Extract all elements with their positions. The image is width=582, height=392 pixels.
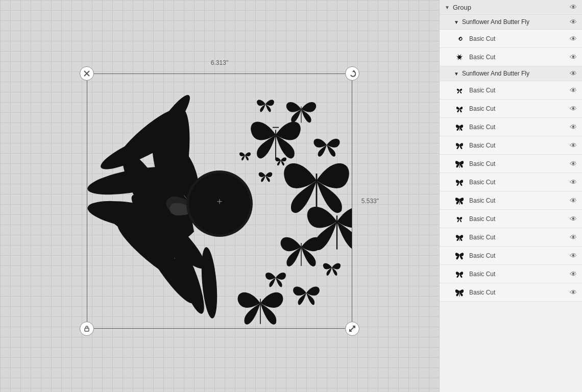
layer-item[interactable]: Basic Cut 👁 bbox=[440, 247, 582, 265]
layers-panel: ▼ Group 👁 ▼ Sunflower And Butter Fly 👁 B… bbox=[439, 0, 582, 392]
layer-item[interactable]: Basic Cut 👁 bbox=[440, 48, 582, 66]
layer-thumbnail bbox=[454, 121, 465, 133]
layer-visibility-icon[interactable]: 👁 bbox=[570, 270, 577, 278]
layer-visibility-icon[interactable]: 👁 bbox=[570, 233, 577, 241]
layer-thumbnail bbox=[454, 140, 465, 151]
layer-item[interactable]: Basic Cut 👁 bbox=[440, 210, 582, 228]
layer-item[interactable]: Basic Cut 👁 bbox=[440, 81, 582, 100]
subgroup1-visibility-icon[interactable]: 👁 bbox=[570, 18, 577, 26]
canvas-area[interactable]: 6.313" 5.533" ＋ bbox=[0, 0, 439, 392]
layer-thumbnail bbox=[454, 232, 465, 243]
group-label: Group bbox=[453, 4, 471, 11]
layer-visibility-icon[interactable]: 👁 bbox=[570, 35, 577, 43]
layer-item[interactable]: Basic Cut 👁 bbox=[440, 118, 582, 136]
svg-rect-3 bbox=[85, 328, 89, 331]
layer-visibility-icon[interactable]: 👁 bbox=[570, 215, 577, 223]
layer-visibility-icon[interactable]: 👁 bbox=[570, 105, 577, 113]
subgroup1-header[interactable]: ▼ Sunflower And Butter Fly 👁 bbox=[440, 15, 582, 30]
layer-item[interactable]: Basic Cut 👁 bbox=[440, 191, 582, 210]
layer-item[interactable]: Basic Cut 👁 bbox=[440, 136, 582, 155]
layer-name: Basic Cut bbox=[469, 105, 570, 112]
subgroup2-label: Sunflower And Butter Fly bbox=[462, 70, 529, 77]
layer-thumbnail bbox=[454, 195, 465, 206]
layer-name: Basic Cut bbox=[469, 271, 570, 278]
layer-name: Basic Cut bbox=[469, 124, 570, 131]
handle-scale[interactable] bbox=[345, 322, 359, 336]
layer-item[interactable]: Basic Cut 👁 bbox=[440, 265, 582, 283]
subgroup2-visibility-icon[interactable]: 👁 bbox=[570, 69, 577, 78]
chevron-icon: ▼ bbox=[445, 5, 450, 10]
layer-thumbnail bbox=[454, 52, 465, 63]
layer-name: Basic Cut bbox=[469, 289, 570, 296]
layer-visibility-icon[interactable]: 👁 bbox=[570, 86, 577, 94]
height-label: 5.533" bbox=[361, 198, 379, 205]
layer-thumbnail bbox=[454, 177, 465, 188]
chevron-icon: ▼ bbox=[454, 19, 459, 25]
layer-thumbnail bbox=[454, 268, 465, 280]
subgroup2-header[interactable]: ▼ Sunflower And Butter Fly 👁 bbox=[440, 66, 582, 81]
layer-thumbnail bbox=[454, 250, 465, 261]
layer-item[interactable]: Basic Cut 👁 bbox=[440, 228, 582, 247]
layer-visibility-icon[interactable]: 👁 bbox=[570, 53, 577, 61]
handle-rotate[interactable] bbox=[345, 66, 359, 81]
layer-visibility-icon[interactable]: 👁 bbox=[570, 160, 577, 168]
svg-marker-2 bbox=[352, 70, 355, 72]
layer-thumbnail bbox=[454, 213, 465, 225]
handle-lock[interactable] bbox=[80, 322, 94, 336]
layer-thumbnail bbox=[454, 85, 465, 96]
layer-item[interactable]: Basic Cut 👁 bbox=[440, 173, 582, 191]
layer-name: Basic Cut bbox=[469, 179, 570, 186]
group-visibility-icon[interactable]: 👁 bbox=[570, 3, 577, 11]
design-container[interactable]: 6.313" 5.533" ＋ bbox=[87, 74, 352, 329]
layer-visibility-icon[interactable]: 👁 bbox=[570, 123, 577, 131]
layer-item[interactable]: Basic Cut 👁 bbox=[440, 30, 582, 48]
layer-name: Basic Cut bbox=[469, 160, 570, 167]
layer-name: Basic Cut bbox=[469, 234, 570, 241]
layer-visibility-icon[interactable]: 👁 bbox=[570, 197, 577, 205]
layer-item[interactable]: Basic Cut 👁 bbox=[440, 283, 582, 302]
layer-name: Basic Cut bbox=[469, 215, 570, 223]
subgroup1-label: Sunflower And Butter Fly bbox=[462, 18, 529, 26]
layer-visibility-icon[interactable]: 👁 bbox=[570, 141, 577, 150]
layer-visibility-icon[interactable]: 👁 bbox=[570, 252, 577, 260]
handle-delete[interactable] bbox=[80, 66, 94, 81]
width-label: 6.313" bbox=[211, 59, 228, 66]
layer-thumbnail bbox=[454, 158, 465, 169]
layer-visibility-icon[interactable]: 👁 bbox=[570, 288, 577, 297]
layer-name: Basic Cut bbox=[469, 252, 570, 259]
chevron-icon: ▼ bbox=[454, 71, 459, 77]
layer-name: Basic Cut bbox=[469, 197, 570, 204]
layer-visibility-icon[interactable]: 👁 bbox=[570, 178, 577, 186]
layer-name: Basic Cut bbox=[469, 142, 570, 149]
center-cross: ＋ bbox=[215, 195, 224, 207]
svg-point-29 bbox=[458, 56, 461, 59]
layer-item[interactable]: Basic Cut 👁 bbox=[440, 100, 582, 118]
layer-name: Basic Cut bbox=[469, 54, 570, 61]
svg-line-4 bbox=[350, 326, 355, 331]
layer-thumbnail bbox=[454, 103, 465, 114]
svg-point-28 bbox=[459, 38, 460, 39]
layer-name: Basic Cut bbox=[469, 35, 570, 42]
layer-item[interactable]: Basic Cut 👁 bbox=[440, 155, 582, 173]
group-header[interactable]: ▼ Group 👁 bbox=[440, 0, 582, 15]
layer-thumbnail bbox=[454, 287, 465, 298]
layer-thumbnail bbox=[454, 33, 465, 44]
layer-name: Basic Cut bbox=[469, 87, 570, 94]
